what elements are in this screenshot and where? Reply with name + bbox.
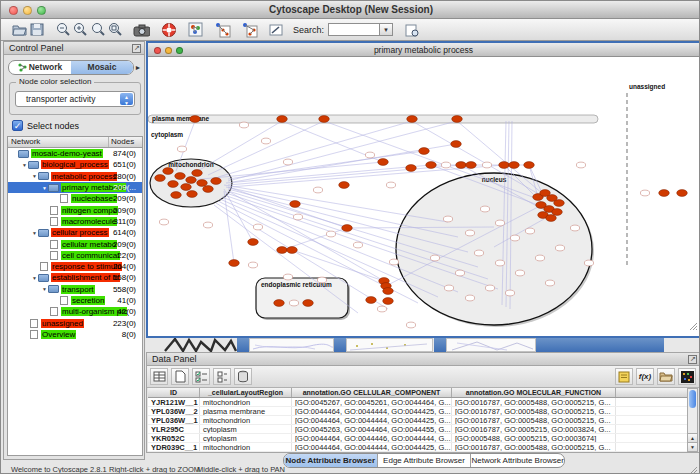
tree-expand-icon[interactable]: ▼: [41, 185, 48, 191]
network-node-highlighted[interactable]: [192, 170, 203, 177]
network-node[interactable]: [640, 190, 649, 196]
network-node-highlighted[interactable]: [342, 225, 353, 232]
vizmapper-icon[interactable]: [187, 21, 204, 38]
network-node[interactable]: [239, 122, 248, 128]
network-node[interactable]: [248, 262, 257, 268]
table-scrollbar[interactable]: ▲ ▼: [687, 388, 698, 452]
tree-row-label[interactable]: biological_process: [41, 160, 109, 169]
network-node[interactable]: [455, 270, 464, 276]
network-node[interactable]: [177, 146, 186, 152]
network-node[interactable]: [253, 224, 262, 230]
network-node[interactable]: [377, 306, 386, 312]
network-edge[interactable]: [224, 191, 234, 263]
tree-expand-icon[interactable]: ▼: [31, 275, 38, 281]
network-node-highlighted[interactable]: [181, 184, 192, 191]
view-resize-grip[interactable]: [688, 317, 698, 335]
background-windows-strip[interactable]: [146, 338, 700, 352]
background-window-border[interactable]: [334, 338, 346, 352]
unselect-attributes-icon[interactable]: [213, 368, 231, 385]
network-node[interactable]: [482, 162, 491, 168]
tree-row-label[interactable]: cell communicat: [61, 251, 120, 260]
background-window-border[interactable]: [434, 338, 446, 352]
background-window-fragment[interactable]: [249, 338, 334, 352]
tree-row[interactable]: ▼establishment of lo558(0): [8, 272, 142, 283]
background-window-fragment[interactable]: [346, 338, 433, 352]
table-row[interactable]: YPL036W__2plasma membrane[GO:0044464, GO…: [148, 407, 689, 416]
network-node-highlighted[interactable]: [552, 209, 563, 216]
network-node-highlighted[interactable]: [451, 141, 462, 148]
network-node[interactable]: [159, 219, 168, 225]
network-node[interactable]: [261, 138, 270, 144]
scrollbar-thumb[interactable]: [689, 390, 696, 408]
network-node-highlighted[interactable]: [274, 300, 285, 307]
network-node[interactable]: [203, 222, 212, 228]
network-node-highlighted[interactable]: [406, 165, 417, 172]
network-node-highlighted[interactable]: [203, 186, 214, 193]
tree-row[interactable]: ▼transport558(0): [8, 284, 142, 295]
tree-row[interactable]: macromolecule311(0): [8, 216, 142, 227]
network-node-highlighted[interactable]: [407, 116, 418, 123]
network-node-highlighted[interactable]: [426, 162, 437, 169]
network-node[interactable]: [386, 182, 395, 188]
network-node[interactable]: [283, 274, 292, 280]
network-node[interactable]: [406, 322, 415, 328]
column-header[interactable]: _cellularLayoutRegion: [200, 388, 292, 397]
tab-network[interactable]: Network: [9, 61, 71, 74]
column-header[interactable]: ID: [148, 388, 200, 397]
formula-icon[interactable]: f(x): [636, 368, 654, 385]
network-node[interactable]: [283, 159, 292, 165]
tree-row-label[interactable]: establishment of lo: [51, 273, 120, 282]
table-row[interactable]: YLR295Ccytoplasm[GO:0045263, GO:0044464,…: [148, 425, 689, 434]
tree-row[interactable]: unassigned223(0): [8, 317, 142, 328]
tree-row-label[interactable]: macromolecule: [61, 217, 117, 226]
table-row[interactable]: YKR052Ccytoplasm[GO:0044464, GO:0044446,…: [148, 434, 689, 443]
network-node[interactable]: [495, 260, 504, 266]
network-node-highlighted[interactable]: [175, 173, 186, 180]
network-node[interactable]: [317, 277, 326, 283]
tab-mosaic[interactable]: Mosaic: [71, 61, 133, 74]
network-node[interactable]: [289, 300, 298, 306]
network-node[interactable]: [326, 231, 335, 237]
network-node[interactable]: [510, 235, 519, 241]
tree-row[interactable]: nucleobase-209(0): [8, 193, 142, 204]
tree-expand-icon[interactable]: ▼: [41, 286, 48, 292]
network-node[interactable]: [430, 255, 439, 261]
network-node[interactable]: [545, 280, 554, 286]
network-node-highlighted[interactable]: [187, 191, 198, 198]
network-node-highlighted[interactable]: [303, 300, 314, 307]
delete-attribute-trash-icon[interactable]: [234, 368, 252, 385]
network-node[interactable]: [584, 260, 593, 266]
network-node-highlighted[interactable]: [319, 116, 330, 123]
network-node-highlighted[interactable]: [466, 162, 477, 169]
network-node-highlighted[interactable]: [524, 162, 535, 169]
matrix-icon[interactable]: [678, 368, 696, 385]
tree-row-label[interactable]: mosaic-demo-yeast: [31, 149, 103, 158]
network-node[interactable]: [515, 270, 524, 276]
tree-row-label[interactable]: cellular metabo: [61, 240, 117, 249]
network-node-highlighted[interactable]: [277, 247, 288, 254]
tree-row-label[interactable]: metabolic process: [51, 172, 117, 181]
tree-row-label[interactable]: Overview: [41, 330, 76, 339]
network-node[interactable]: [535, 255, 544, 261]
network-node-highlighted[interactable]: [659, 190, 670, 197]
select-attributes-icon[interactable]: [192, 368, 210, 385]
background-window-fragment[interactable]: [446, 338, 536, 352]
float-panel-icon[interactable]: [132, 44, 141, 53]
tree-row[interactable]: ▼metabolic process280(0): [8, 171, 142, 182]
network-node-highlighted[interactable]: [277, 116, 288, 123]
network-canvas[interactable]: plasma membranecytoplasmmitochondrionnuc…: [148, 57, 699, 336]
network-node-highlighted[interactable]: [211, 178, 222, 185]
search-input[interactable]: [328, 23, 380, 36]
background-window-border[interactable]: [237, 338, 249, 352]
network-node-highlighted[interactable]: [163, 168, 174, 175]
tree-expand-icon[interactable]: ▼: [31, 230, 38, 236]
network-node-highlighted[interactable]: [554, 200, 565, 207]
search-dropdown-button[interactable]: ▼: [380, 23, 393, 36]
open-file-icon[interactable]: [11, 21, 28, 38]
network-node-highlighted[interactable]: [456, 162, 467, 169]
network-node-highlighted[interactable]: [197, 180, 208, 187]
network-node-highlighted[interactable]: [287, 247, 298, 254]
tree-header-nodes[interactable]: Nodes: [109, 137, 142, 147]
network-node-highlighted[interactable]: [383, 288, 394, 295]
window-resize-grip[interactable]: [688, 465, 698, 474]
